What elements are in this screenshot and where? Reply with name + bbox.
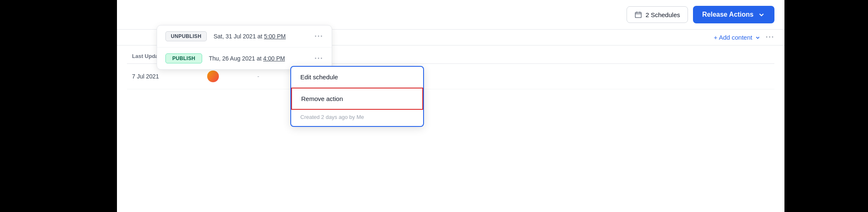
unpublish-badge: UNPUBLISH: [165, 31, 207, 41]
publish-date: Thu, 26 Aug 2021 at 4:00 PM: [209, 55, 308, 62]
edit-schedule-label: Edit schedule: [300, 73, 338, 81]
release-actions-label: Release Actions: [702, 11, 754, 18]
svg-rect-0: [635, 13, 641, 18]
more-actions-button[interactable]: ···: [766, 33, 774, 42]
calendar-icon: [635, 11, 642, 18]
avatar: [207, 71, 219, 82]
context-menu: Edit schedule Remove action Created 2 da…: [290, 66, 424, 127]
publish-badge: PUBLISH: [165, 53, 202, 63]
edit-schedule-item[interactable]: Edit schedule: [291, 67, 423, 88]
remove-action-label: Remove action: [301, 95, 343, 102]
remove-action-item[interactable]: Remove action: [291, 88, 423, 110]
right-panel: [784, 0, 868, 212]
schedules-label: 2 Schedules: [645, 11, 680, 18]
add-content-button[interactable]: + Add content: [714, 34, 761, 41]
add-content-label: + Add content: [714, 34, 752, 41]
chevron-down-icon-2: [755, 35, 761, 40]
cell-status: [202, 71, 252, 82]
schedule-popup: UNPUBLISH Sat, 31 Jul 2021 at 5:00 PM ··…: [157, 25, 332, 70]
publish-more-button[interactable]: ···: [315, 54, 323, 63]
context-menu-footer: Created 2 days ago by Me: [291, 110, 423, 126]
schedule-row-unpublish: UNPUBLISH Sat, 31 Jul 2021 at 5:00 PM ··…: [157, 25, 332, 48]
release-actions-button[interactable]: Release Actions: [693, 6, 774, 23]
main-content: 2 Schedules Release Actions UNPUBLISH Sa…: [117, 0, 784, 212]
cell-last-updated: 7 Jul 2021: [127, 73, 202, 80]
left-panel: [0, 0, 117, 212]
unpublish-more-button[interactable]: ···: [315, 32, 323, 41]
schedules-button[interactable]: 2 Schedules: [627, 6, 688, 23]
chevron-down-icon: [758, 11, 765, 18]
unpublish-date: Sat, 31 Jul 2021 at 5:00 PM: [213, 33, 308, 40]
footer-text: Created 2 days ago by Me: [300, 114, 364, 120]
